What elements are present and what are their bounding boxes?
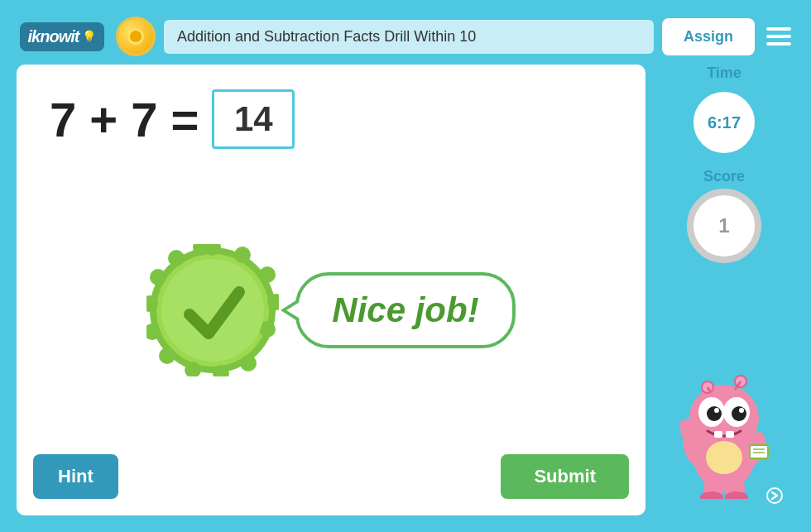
score-label: Score	[703, 168, 745, 185]
monster-character	[670, 358, 778, 499]
time-label: Time	[707, 65, 741, 82]
score-circle: 1	[687, 189, 761, 263]
svg-rect-42	[750, 445, 768, 458]
arrow-icon	[766, 487, 783, 504]
header: iknowit 💡 Addition and Subtraction Facts…	[8, 8, 803, 65]
equals: =	[170, 92, 199, 147]
bottom-buttons: Hint Submit	[33, 446, 629, 499]
seal-svg	[146, 244, 279, 376]
left-panel: 7 + 7 = 14	[17, 65, 645, 515]
app-frame: iknowit 💡 Addition and Subtraction Facts…	[8, 8, 803, 524]
svg-rect-30	[726, 431, 734, 438]
equation-area: 7 + 7 = 14	[33, 81, 629, 157]
main-content: 7 + 7 = 14	[8, 65, 803, 524]
logo-bg: iknowit 💡	[20, 22, 105, 51]
coin-inner	[127, 28, 144, 45]
svg-point-21	[707, 406, 722, 421]
svg-point-10	[159, 347, 175, 364]
operator: +	[89, 92, 118, 147]
svg-point-24	[739, 408, 744, 413]
svg-point-23	[714, 408, 719, 413]
svg-point-45	[767, 488, 782, 503]
timer-container: Time 6:17	[687, 65, 761, 160]
svg-point-13	[150, 269, 166, 285]
operand2: 7	[131, 92, 157, 147]
menu-line-2	[766, 35, 791, 38]
answer-value: 14	[234, 99, 273, 139]
svg-point-3	[234, 247, 251, 263]
svg-point-14	[168, 250, 185, 266]
svg-point-7	[240, 355, 257, 371]
score-value: 1	[718, 214, 729, 237]
svg-point-37	[689, 420, 698, 429]
assign-button[interactable]: Assign	[662, 18, 755, 55]
svg-point-22	[732, 406, 746, 421]
feedback-bubble: Nice job!	[295, 272, 515, 348]
svg-point-4	[259, 266, 276, 283]
operand1: 7	[50, 92, 76, 147]
lightbulb-icon: 💡	[82, 30, 96, 43]
feedback-area: Nice job!	[33, 174, 629, 446]
svg-point-16	[161, 259, 264, 362]
hint-button[interactable]: Hint	[33, 454, 118, 499]
navigate-icon[interactable]	[761, 482, 788, 509]
menu-button[interactable]	[763, 24, 794, 49]
menu-line-3	[766, 42, 791, 46]
svg-point-31	[706, 441, 742, 474]
timer-circle: 6:17	[687, 85, 761, 160]
activity-title: Addition and Subtraction Facts Drill Wit…	[164, 20, 654, 54]
submit-button[interactable]: Submit	[501, 454, 629, 499]
monster-area	[670, 271, 778, 507]
correct-badge	[146, 244, 279, 376]
score-container: Score 1	[687, 168, 761, 263]
svg-rect-29	[714, 431, 722, 438]
coin-icon	[116, 17, 156, 56]
right-panel: Time 6:17 Score 1	[654, 65, 794, 515]
logo: iknowit 💡	[17, 12, 108, 61]
menu-line-1	[766, 27, 791, 31]
time-value: 6:17	[708, 113, 741, 132]
answer-box[interactable]: 14	[212, 89, 295, 149]
logo-text: iknowit	[28, 27, 79, 46]
feedback-text: Nice job!	[332, 290, 478, 329]
